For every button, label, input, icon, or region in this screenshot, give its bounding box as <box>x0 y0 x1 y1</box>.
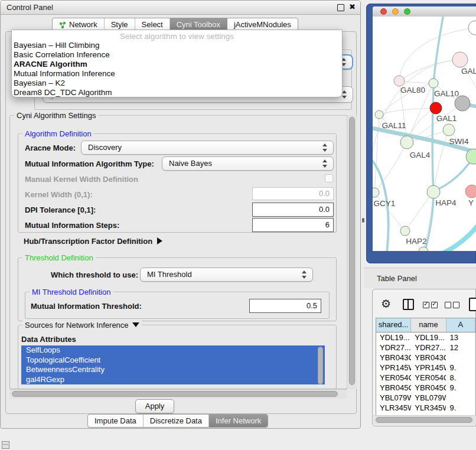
network-node-gal80[interactable] <box>394 76 405 86</box>
settings-horizontal-scrollbar-thumb[interactable] <box>12 391 338 397</box>
table-row[interactable]: YLR345WYLR345W9. <box>376 403 475 413</box>
manual-kernel-width-checkbox[interactable] <box>325 174 333 182</box>
kernel-width-field[interactable]: 0.0 <box>252 187 334 200</box>
network-node[interactable] <box>430 102 442 114</box>
network-node-gal11[interactable] <box>375 110 383 119</box>
network-node-gal4[interactable] <box>400 136 413 149</box>
columns-icon[interactable] <box>403 299 414 310</box>
network-node-gal1[interactable] <box>443 124 455 136</box>
tab-select[interactable]: Select <box>135 18 170 31</box>
network-edge[interactable] <box>374 142 407 193</box>
network-node-gcy1[interactable] <box>373 188 379 197</box>
window-grip-icon[interactable] <box>2 441 9 449</box>
mi-threshold-field[interactable]: 0.5 <box>249 299 321 313</box>
checked-box-icon[interactable] <box>423 302 429 308</box>
network-node-label: Y <box>468 198 474 207</box>
mi-steps-field[interactable]: 6 <box>252 218 334 232</box>
control-panel-bottom-tabs: Impute DataDiscretize DataInfer Network <box>87 414 268 428</box>
table-horizontal-scrollbar-track[interactable] <box>373 415 476 425</box>
algorithm-select-popup: Select algorithm to view settings Bayesi… <box>11 30 343 97</box>
mac-zoom-icon[interactable] <box>404 8 410 15</box>
mi-threshold-label: Mutual Information Threshold: <box>31 302 142 311</box>
tab-network[interactable]: Network <box>53 18 105 31</box>
algorithm-option[interactable]: Dream8 DC_TDC Algorithm <box>12 88 342 97</box>
attribute-list-item[interactable]: TopologicalCoefficient <box>21 356 325 366</box>
algorithm-option[interactable]: Bayesian – Hill Climbing <box>12 41 342 50</box>
network-window-titlebar[interactable] <box>373 6 476 17</box>
mac-minimize-icon[interactable] <box>392 8 399 15</box>
algorithm-option[interactable]: Basic Correlation Inference <box>12 50 342 60</box>
table-row[interactable]: YER054CYER054C8. <box>376 373 475 383</box>
settings-vertical-scrollbar-thumb[interactable] <box>349 117 355 385</box>
attribute-list-item[interactable]: gal4RGexp <box>21 375 325 385</box>
tab-discretize-data[interactable]: Discretize Data <box>144 415 209 427</box>
network-node-hap4[interactable] <box>427 185 440 198</box>
sources-title[interactable]: Sources for Network Inference <box>22 321 142 330</box>
network-edge-highlighted[interactable] <box>433 17 444 83</box>
attribute-list-item[interactable]: BetweennessCentrality <box>21 365 325 375</box>
network-node-hap2[interactable] <box>400 226 410 236</box>
table-column-header[interactable]: A <box>446 318 475 332</box>
algorithm-option[interactable]: Mutual Information Inference <box>12 69 342 79</box>
dpi-tolerance-field[interactable]: 0.0 <box>252 203 334 217</box>
algorithm-option[interactable]: ARACNE Algorithm <box>12 60 342 69</box>
table-panel-header: Table Panel <box>364 268 476 288</box>
table-row[interactable]: YDR27...YDR27...12 <box>376 343 475 353</box>
settings-vertical-scrollbar-track[interactable] <box>347 115 357 389</box>
network-edge-highlighted[interactable] <box>441 226 476 251</box>
panel-divider-grip[interactable] <box>362 218 364 223</box>
table-row[interactable]: YDL19...YDL19...13 <box>376 332 475 343</box>
table-cell: YER054C <box>411 373 446 383</box>
network-node-gal10[interactable] <box>429 79 438 88</box>
sources-title-text: Sources for Network Inference <box>25 321 129 330</box>
data-attributes-list[interactable]: SelfLoopsTopologicalCoefficientBetweenne… <box>21 345 325 387</box>
table-column-header[interactable]: shared... <box>376 318 411 332</box>
tab-infer-network[interactable]: Infer Network <box>209 415 268 427</box>
network-node-y[interactable] <box>465 185 476 198</box>
network-edge[interactable] <box>374 193 405 231</box>
control-panel-titlebar[interactable]: Control Panel ✖ <box>1 1 360 15</box>
network-canvas[interactable]: GALGAL80GAL10GAL1GAL11GAL4SWI4GCY1HAP4YH… <box>373 17 476 251</box>
mac-close-icon[interactable] <box>380 8 387 15</box>
mi-algorithm-type-combobox[interactable]: Naive Bayes <box>162 156 334 171</box>
tab-impute-data[interactable]: Impute Data <box>88 415 144 427</box>
table-row[interactable]: YBR043CYBR043C <box>376 353 475 363</box>
table-row[interactable]: YBR045CYBR045C9. <box>376 383 475 393</box>
table-cell: YBL079W <box>411 393 446 403</box>
algorithm-option[interactable]: Bayesian – K2 <box>12 79 342 88</box>
table-cell: YPR145W <box>376 363 411 373</box>
table-cell: 9. <box>446 363 475 373</box>
network-edge[interactable] <box>374 115 379 193</box>
combo-arrows-icon <box>342 90 347 99</box>
apply-button[interactable]: Apply <box>135 399 174 413</box>
table-row[interactable]: YBL079WYBL079W <box>376 393 475 403</box>
close-icon[interactable]: ✖ <box>349 2 356 11</box>
aracne-mode-combobox[interactable]: Discovery <box>81 141 334 155</box>
network-node[interactable] <box>455 96 470 111</box>
popup-placeholder: Select algorithm to view settings <box>12 30 342 41</box>
network-edge[interactable] <box>433 130 449 192</box>
attributes-list-scrollbar[interactable] <box>318 347 323 384</box>
unchecked-box-icon[interactable] <box>453 302 459 308</box>
table-column-header[interactable]: name <box>411 318 446 332</box>
gear-icon[interactable]: ⚙ <box>381 298 391 309</box>
which-threshold-combobox[interactable]: MI Threshold <box>140 268 313 282</box>
unchecked-box-icon[interactable] <box>445 302 451 308</box>
table-mode-icon[interactable] <box>469 298 476 311</box>
tab-style[interactable]: Style <box>105 18 135 31</box>
network-edge[interactable] <box>399 60 460 81</box>
table-cell: YDL19... <box>376 332 411 343</box>
settings-horizontal-scrollbar-track[interactable] <box>9 389 347 399</box>
network-node-label: GAL <box>461 67 476 76</box>
table-row[interactable]: YPR145WYPR145W9. <box>376 363 475 373</box>
attribute-list-item[interactable]: SelfLoops <box>21 345 325 356</box>
tab-cyni-toolbox[interactable]: Cyni Toolbox <box>170 18 227 31</box>
node-table[interactable]: shared...nameA YDL19...YDL19...13YDR27..… <box>376 318 476 415</box>
hub-definition-toggle[interactable]: Hub/Transcription Factor Definition <box>24 237 162 246</box>
table-horizontal-scrollbar-thumb[interactable] <box>376 417 472 423</box>
checked-box-icon[interactable] <box>431 302 438 308</box>
network-node[interactable] <box>468 21 476 35</box>
network-node-gal[interactable] <box>452 52 468 67</box>
float-window-icon[interactable] <box>337 4 344 11</box>
tab-jactivemnodules[interactable]: jActiveMNodules <box>227 18 298 31</box>
